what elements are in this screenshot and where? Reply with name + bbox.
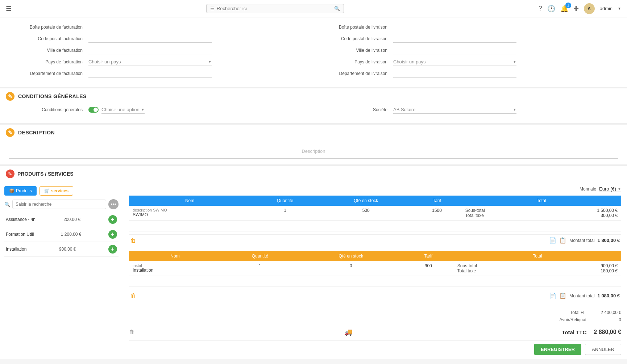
orange-table-header: Nom Quantité Qté en stock Tarif Total xyxy=(129,251,621,261)
sous-total-label: Sous-total xyxy=(465,208,485,213)
total-ttc-label: Total TTC xyxy=(562,329,586,335)
conditions-icon: ✎ xyxy=(6,92,14,101)
history-icon[interactable]: 🕐 xyxy=(547,5,555,13)
blue-expand-icon[interactable]: 📄 xyxy=(549,237,556,244)
orange-expand-icon[interactable]: 📄 xyxy=(549,292,556,299)
avatar[interactable]: A xyxy=(584,3,595,14)
main-content: Boîte postale de facturation Code postal… xyxy=(0,17,627,359)
societe-row: Société AB Solaire ▼ xyxy=(314,106,618,114)
cell-total-o: Sous-total 900,00 € Total taxe 180,00 € xyxy=(454,261,621,276)
conditions-body: Conditions générales Choisir une option … xyxy=(0,104,627,123)
monnaie-select[interactable]: Euro (€) xyxy=(599,186,616,192)
code-postal-facturation-input[interactable] xyxy=(88,35,212,43)
admin-dropdown-icon[interactable]: ▼ xyxy=(618,7,621,11)
description-inner: Description xyxy=(9,144,618,159)
col-qte-stock-o: Qté en stock xyxy=(299,251,403,261)
notification-count: 1 xyxy=(565,3,571,8)
action-buttons: ENREGISTRER ANNULER xyxy=(129,340,621,355)
avoir-reliquat-label: Avoir/Reliquat xyxy=(543,317,586,322)
ville-livraison-input[interactable] xyxy=(393,46,516,54)
annuler-button[interactable]: ANNULER xyxy=(585,344,621,355)
cell-qte-stock-o: 0 xyxy=(299,261,403,276)
boite-postale-livraison-input[interactable] xyxy=(393,23,516,31)
conditions-toggle[interactable] xyxy=(88,107,99,113)
cell-description: description SWIMO SWIMO xyxy=(129,206,250,221)
add-service-btn[interactable]: + xyxy=(108,230,117,239)
description-title: Description xyxy=(18,130,55,135)
hamburger-menu-icon[interactable]: ☰ xyxy=(6,5,12,13)
blue-table-footer: 🗑 📄 📋 Montant total 1 800,00 € xyxy=(129,234,621,246)
conditions-right-col: Société AB Solaire ▼ xyxy=(314,106,618,117)
departement-livraison-row: Département de livraison xyxy=(314,70,618,78)
conditions-header: ✎ Conditions Générales xyxy=(0,88,627,104)
billing-right-col: Boîte postale de livraison Code postal d… xyxy=(314,23,618,81)
departement-facturation-row: Département de facturation xyxy=(9,70,314,78)
cell-qte-stock: 500 xyxy=(320,206,412,221)
departement-livraison-input[interactable] xyxy=(393,70,516,78)
blue-copy-icon[interactable]: 📋 xyxy=(559,237,566,244)
departement-facturation-label: Département de facturation xyxy=(9,71,88,76)
orange-copy-icon[interactable]: 📋 xyxy=(559,292,566,299)
list-item[interactable]: Assistance - 4h 200.00 € + xyxy=(4,212,119,227)
topbar: ☰ ☰ 🔍 ? 🕐 🔔 1 ✚ A admin ▼ xyxy=(0,0,627,17)
code-postal-livraison-input[interactable] xyxy=(393,35,516,43)
products-icon: ✎ xyxy=(6,170,14,178)
description-icon: ✎ xyxy=(6,128,14,137)
more-options-btn[interactable]: ••• xyxy=(108,199,119,209)
col-quantite: Quantité xyxy=(250,196,320,206)
admin-label[interactable]: admin xyxy=(600,6,613,11)
description-section: Description xyxy=(0,141,627,164)
enregistrer-button[interactable]: ENREGISTRER xyxy=(534,344,581,355)
cell-tarif: 1500 xyxy=(412,206,461,221)
totals-section: Total HT 2 400,00 € Avoir/Reliquat 0 xyxy=(129,306,621,323)
societe-label: Société xyxy=(314,107,393,112)
col-total: Total xyxy=(462,196,621,206)
pays-facturation-select[interactable]: Choisir un pays xyxy=(88,58,207,66)
code-postal-livraison-row: Code postal de livraison xyxy=(314,35,618,43)
service-price: 900.00 € xyxy=(59,247,76,252)
add-service-btn[interactable]: + xyxy=(108,245,117,254)
societe-select-arrow: ▼ xyxy=(513,108,516,112)
societe-select[interactable]: AB Solaire xyxy=(393,106,511,113)
conditions-select-arrow: ▼ xyxy=(141,108,145,112)
truck-icon[interactable]: 🚚 xyxy=(344,328,352,336)
notification-badge[interactable]: 🔔 1 xyxy=(560,5,568,13)
help-icon[interactable]: ? xyxy=(539,5,542,12)
col-nom-o: Nom xyxy=(129,251,221,261)
ville-livraison-label: Ville de livraison xyxy=(314,48,393,53)
pays-livraison-select[interactable]: Choisir un pays xyxy=(393,58,511,66)
services-search-input[interactable] xyxy=(12,200,106,209)
departement-facturation-input[interactable] xyxy=(88,70,212,78)
tab-services[interactable]: 🛒 services xyxy=(40,186,73,196)
table-row: description SWIMO SWIMO 1 500 1500 Sous-… xyxy=(129,206,621,221)
tab-produits[interactable]: 📦 Produits xyxy=(4,186,37,196)
product-description-o: instal xyxy=(133,263,217,268)
service-price: 1 200.00 € xyxy=(61,232,82,237)
pays-livraison-label: Pays de livraison xyxy=(314,59,393,64)
list-item[interactable]: Installation 900.00 € + xyxy=(4,242,119,257)
search-icon[interactable]: 🔍 xyxy=(334,6,340,11)
col-qte-stock: Qté en stock xyxy=(320,196,412,206)
total-taxe-amount-o: 180,00 € xyxy=(601,268,618,273)
add-circle-icon[interactable]: ✚ xyxy=(573,5,579,13)
avoir-reliquat-row: Avoir/Reliquat 0 xyxy=(129,316,621,323)
products-body: 📦 Produits 🛒 services 🔍 ••• Assistance -… xyxy=(0,182,627,359)
search-input[interactable] xyxy=(217,6,334,11)
add-service-btn[interactable]: + xyxy=(108,215,117,224)
blue-delete-btn[interactable]: 🗑 xyxy=(130,237,136,244)
delete-all-btn[interactable]: 🗑 xyxy=(129,329,135,335)
total-taxe-label-o: Total taxe xyxy=(457,268,476,273)
pays-facturation-row: Pays de facturation Choisir un pays ▼ xyxy=(9,58,314,66)
product-table-blue: Nom Quantité Qté en stock Tarif Total de… xyxy=(129,196,621,231)
list-item[interactable]: Formation Utili 1 200.00 € + xyxy=(4,227,119,242)
monnaie-select-wrapper: Euro (€) ▼ xyxy=(599,186,621,192)
conditions-select[interactable]: Choisir une option xyxy=(101,106,140,113)
boite-postale-facturation-input[interactable] xyxy=(88,23,212,31)
code-postal-facturation-label: Code postal facturation xyxy=(9,36,88,41)
monnaie-row: Monnaie Euro (€) ▼ xyxy=(129,186,621,192)
col-tarif: Tarif xyxy=(412,196,461,206)
cell-total: Sous-total 1 500,00 € Total taxe 300,00 … xyxy=(462,206,621,221)
ville-facturation-input[interactable] xyxy=(88,46,212,54)
sous-total-label-o: Sous-total xyxy=(457,263,477,268)
orange-delete-btn[interactable]: 🗑 xyxy=(130,293,136,299)
